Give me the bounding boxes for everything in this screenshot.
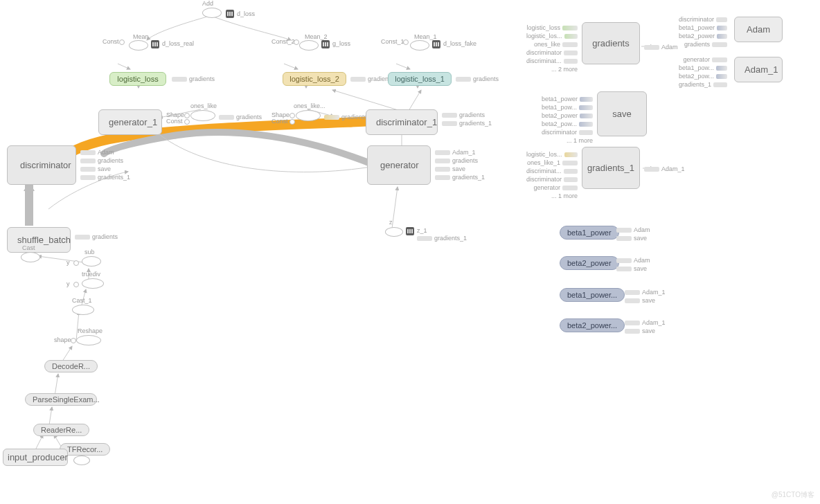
out-beta1-power-1: Adam_1 save [625, 288, 666, 305]
reshape-ellipse[interactable] [76, 335, 101, 345]
histogram-icon [406, 227, 414, 235]
label-ones-like-1: ones_like... [294, 102, 326, 109]
out-generator: Adam_1 gradients save gradients_1 [435, 148, 485, 181]
node-decode[interactable]: DecodeR... [44, 360, 98, 372]
label-const: Const [102, 38, 119, 45]
node-beta2-power[interactable]: beta2_power [560, 256, 619, 270]
mean1-ellipse[interactable] [410, 40, 429, 51]
label-d-loss-real: d_loss_real [162, 40, 194, 47]
const2-dot [294, 39, 299, 45]
constc-dot [289, 119, 295, 125]
const1-dot [403, 39, 409, 45]
label-g-loss: g_loss [332, 40, 350, 47]
ip-ellipse [73, 456, 90, 465]
shape2-dot [289, 113, 295, 118]
label-sub: sub [84, 249, 95, 255]
label-ones-like: ones_like [190, 102, 217, 109]
node-beta1-power-1[interactable]: beta1_power... [560, 288, 625, 302]
out-shuffle-batch: gradients [75, 233, 118, 241]
node-discriminator[interactable]: discriminator [7, 145, 76, 185]
node-input-producer[interactable]: input_producer [3, 449, 68, 466]
node-shuffle-batch[interactable]: shuffle_batch [7, 227, 71, 253]
histogram-icon [321, 40, 330, 48]
label-mean: Mean [133, 33, 149, 40]
node-generator-1[interactable]: generator_1 [98, 109, 162, 135]
out-gradients: Adam [644, 43, 678, 51]
label-z: z [389, 219, 393, 226]
in-adam: discriminator beta1_power beta2_power gr… [679, 15, 727, 48]
label-cast: Cast [22, 244, 35, 251]
node-gradients[interactable]: gradients [582, 22, 640, 64]
y1-dot [73, 260, 79, 266]
out-z: gradients_1 [417, 234, 467, 242]
in-save: beta1_power beta1_pow... beta2_power bet… [542, 95, 593, 145]
histogram-icon [226, 10, 234, 18]
label-const-1: Const_1 [381, 38, 404, 45]
label-y2: y [66, 280, 70, 287]
z-ellipse[interactable] [385, 227, 403, 237]
label-const-c: Const [271, 118, 288, 125]
label-reshape: Reshape [78, 327, 102, 334]
node-beta2-power-1[interactable]: beta2_power... [560, 318, 625, 332]
const-dot [119, 39, 125, 45]
histogram-icon [432, 40, 440, 48]
out-beta2-power: Adam save [616, 256, 650, 273]
sub-ellipse[interactable] [82, 256, 101, 267]
label-mean-1: Mean_1 [414, 33, 437, 40]
constb-dot [184, 119, 190, 125]
node-discriminator-1[interactable]: discriminator_1 [366, 109, 438, 135]
label-z1: z_1 [417, 227, 427, 234]
label-shape-p: shape [54, 336, 71, 343]
node-beta1-power[interactable]: beta1_power [560, 226, 619, 240]
histogram-icon [151, 40, 159, 48]
label-const-b: Const [166, 118, 183, 125]
label-cast1: Cast_1 [72, 297, 92, 304]
mean2-ellipse[interactable] [299, 40, 319, 51]
mean-ellipse[interactable] [129, 40, 148, 51]
node-logistic-loss-1[interactable]: logistic_loss_1 [388, 72, 452, 86]
out-ones-like: gradients [219, 113, 262, 121]
node-gradients-1[interactable]: gradients_1 [582, 147, 640, 189]
cast-ellipse[interactable] [21, 252, 40, 262]
node-adam[interactable]: Adam [734, 17, 783, 42]
in-gradients-1: logistic_los... ones_like_1 discriminat.… [526, 150, 578, 200]
watermark: @51CTO博客 [772, 490, 814, 500]
node-adam-1[interactable]: Adam_1 [734, 57, 783, 82]
label-d-loss: d_loss [237, 10, 255, 17]
label-y1: y [66, 259, 70, 266]
node-logistic-loss-2[interactable]: logistic_loss_2 [283, 72, 346, 86]
out-logistic-loss: gradients [172, 75, 215, 83]
node-parse[interactable]: ParseSingleExam... [25, 393, 97, 406]
in-gradients: logistic_loss logistic_los... ones_like … [526, 24, 578, 73]
y2-dot [73, 282, 79, 287]
cast1-ellipse[interactable] [72, 305, 94, 315]
label-add: Add [202, 0, 213, 7]
label-mean-2: Mean_2 [305, 33, 328, 40]
label-const-2: Const_2 [271, 38, 295, 45]
node-save[interactable]: save [597, 91, 647, 136]
label-d-loss-fake: d_loss_fake [443, 40, 476, 47]
out-gradients-1: Adam_1 [644, 165, 685, 173]
out-discriminator: Adam gradients save gradients_1 [80, 148, 130, 181]
node-reader[interactable]: ReaderRe... [33, 424, 89, 436]
out-beta2-power-1: Adam_1 save [625, 318, 666, 335]
node-generator[interactable]: generator [367, 145, 431, 185]
shapep-dot [71, 338, 76, 343]
label-truediv: truediv [82, 271, 100, 278]
ones-like-1-ellipse[interactable] [296, 110, 321, 121]
shape-dot [184, 113, 190, 118]
ones-like-ellipse[interactable] [190, 110, 215, 121]
add-ellipse[interactable] [202, 8, 222, 18]
in-adam-1: generator beta1_pow... beta2_pow... grad… [679, 55, 727, 89]
truediv-ellipse[interactable] [82, 278, 104, 289]
out-discriminator-1: gradients gradients_1 [442, 111, 492, 127]
out-beta1-power: Adam save [616, 226, 650, 242]
out-logistic-loss-1: gradients [456, 75, 499, 83]
node-logistic-loss[interactable]: logistic_loss [109, 72, 166, 86]
